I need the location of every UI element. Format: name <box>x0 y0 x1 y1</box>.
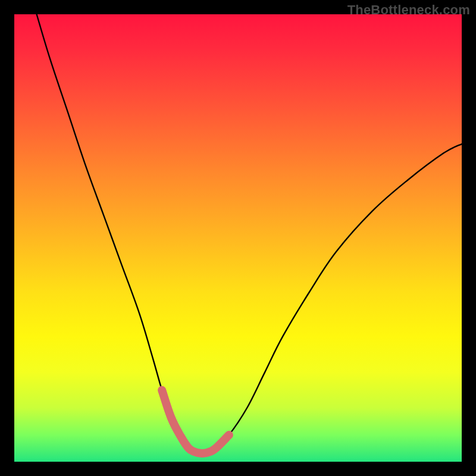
curve-svg <box>14 14 462 462</box>
plot-area <box>14 14 462 462</box>
chart-frame: TheBottleneck.com <box>0 0 476 476</box>
bottleneck-curve-highlight <box>162 390 229 453</box>
bottleneck-curve-path <box>37 14 462 453</box>
